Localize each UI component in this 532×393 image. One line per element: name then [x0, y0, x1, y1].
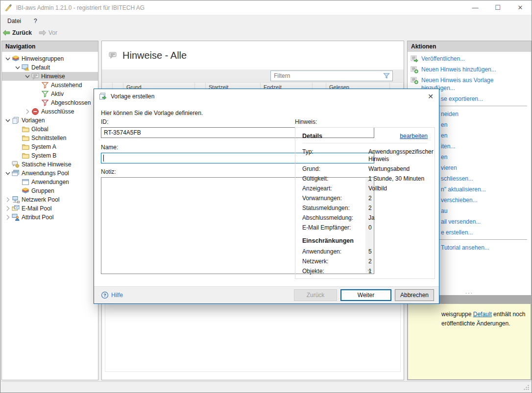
chevron-down-icon[interactable] — [4, 116, 12, 124]
menu-bar: Datei ? — [0, 15, 532, 27]
nav-item-ausschlüsse[interactable]: Ausschlüsse — [2, 107, 98, 116]
chevron-down-icon[interactable] — [24, 72, 31, 80]
nav-item-hinweisgruppen[interactable]: Hinweisgruppen — [2, 54, 98, 63]
detail-value: Wartungsabend — [368, 165, 434, 173]
spacer — [14, 134, 22, 142]
nav-item-label: System A — [31, 143, 56, 150]
minus-circle-icon — [31, 108, 39, 116]
edit-link[interactable]: bearbeiten — [400, 133, 428, 139]
nav-item-statische-hinweise[interactable]: Statische Hinweise — [2, 160, 98, 169]
navigation-panel: Navigation HinweisgruppenDefaultHinweise… — [1, 41, 98, 380]
nav-item-schnittstellen[interactable]: Schnittstellen — [2, 134, 98, 142]
forward-arrow-icon — [39, 29, 47, 37]
detail-value: 0 — [368, 224, 434, 231]
action-link-label: en — [441, 154, 447, 161]
id-label: ID: — [101, 118, 108, 125]
nav-item-global[interactable]: Global — [2, 125, 98, 134]
detail-value: 2 — [368, 258, 428, 265]
chevron-down-icon[interactable] — [14, 64, 22, 71]
nav-item-label: Default — [31, 64, 50, 71]
filter-bar — [102, 69, 404, 82]
detail-label: Vorwarnungen: — [302, 195, 368, 202]
template-icon — [99, 92, 107, 100]
detail-label: Objekte: — [302, 268, 368, 275]
restrictions-rows: Anwendungen:5Netzwerk:2Objekte:1Attribut… — [302, 248, 428, 279]
detail-value: 1 — [368, 277, 428, 279]
spacer — [14, 187, 22, 195]
nav-item-label: Statische Hinweise — [22, 161, 71, 168]
nav-item-label: Ausschlüsse — [41, 108, 74, 115]
nav-item-label: Global — [31, 126, 48, 133]
detail-label: Grund: — [302, 165, 368, 173]
action-link-label: schliessen... — [441, 175, 473, 182]
nav-item-default[interactable]: Default — [2, 63, 98, 72]
detail-value: Ja — [368, 214, 434, 222]
nav-item-attribut-pool[interactable]: Attribut Pool — [2, 213, 98, 222]
minimize-button[interactable]: — — [464, 0, 486, 15]
nav-item-system-b[interactable]: System B — [2, 151, 98, 160]
next-button[interactable]: Weiter — [340, 289, 391, 301]
details-header: Details — [302, 133, 322, 139]
close-button[interactable]: ✕ — [509, 0, 532, 15]
help-icon: ? — [101, 291, 109, 299]
action-link-label: n" aktualisieren... — [441, 186, 486, 193]
folder-icon — [22, 152, 29, 160]
menu-help[interactable]: ? — [34, 18, 37, 24]
action-neuen-hinweis-hinzufügen[interactable]: Neuen Hinweis hinzufügen... — [408, 66, 531, 73]
nav-item-label: Anwendungen — [31, 179, 69, 185]
default-group-link[interactable]: Default — [473, 311, 492, 318]
spacer — [4, 161, 12, 168]
nav-item-e-mail-pool[interactable]: E-Mail Pool — [2, 204, 98, 213]
chevron-right-icon[interactable] — [24, 108, 31, 116]
add-hint-icon — [411, 66, 418, 73]
text-caret — [103, 155, 104, 162]
nav-item-netzwerk-pool[interactable]: Netzwerk Pool — [2, 195, 98, 204]
note-label: Notiz: — [101, 168, 116, 175]
detail-label: Typ: — [302, 148, 368, 163]
detail-value: 5 — [368, 248, 428, 255]
spacer — [33, 81, 41, 89]
action-link-label: Tutorial ansehen... — [441, 244, 489, 251]
nav-item-vorlagen[interactable]: Vorlagen — [2, 116, 98, 125]
nav-item-label: Ausstehend — [51, 82, 82, 89]
chevron-right-icon[interactable] — [4, 213, 12, 221]
resize-grip[interactable] — [523, 384, 530, 391]
detail-label: Anwendungen: — [302, 248, 368, 255]
nav-item-ausstehend[interactable]: Ausstehend — [2, 81, 98, 90]
nav-item-system-a[interactable]: System A — [2, 142, 98, 151]
nav-item-label: Abgeschlossen — [51, 99, 91, 106]
nav-item-anwendungs-pool[interactable]: Anwendungs Pool — [2, 169, 98, 178]
filter-input[interactable] — [271, 71, 383, 81]
maximize-button[interactable]: ☐ — [486, 0, 509, 15]
cancel-button[interactable]: Abbrechen — [395, 289, 434, 301]
help-link[interactable]: ? Hilfe — [101, 291, 123, 299]
filter-icon[interactable] — [383, 72, 390, 80]
status-bar — [1, 381, 531, 392]
chevron-down-icon[interactable] — [4, 55, 12, 63]
action-link-label: verschieben... — [441, 197, 478, 204]
dialog-footer: ? Hilfe Zurück Weiter Abbrechen — [94, 286, 439, 303]
nav-item-aktiv[interactable]: Aktiv — [2, 90, 98, 98]
action-veröffentlichen[interactable]: Veröffentlichen... — [408, 55, 531, 63]
bubble-icon — [31, 72, 39, 80]
forward-button[interactable]: Vor — [48, 29, 57, 36]
action-link-label: neiden — [441, 111, 459, 117]
chevron-right-icon[interactable] — [4, 196, 12, 204]
dialog-close-button[interactable]: ✕ — [422, 89, 439, 104]
nav-item-hinweise[interactable]: Hinweise — [2, 72, 98, 81]
nav-item-anwendungen[interactable]: Anwendungen — [2, 178, 98, 186]
action-link-label: Veröffentlichen... — [421, 55, 465, 63]
window-stack-icon — [12, 169, 20, 177]
chevron-right-icon[interactable] — [4, 205, 12, 212]
navigation-header: Navigation — [2, 41, 98, 52]
nav-item-gruppen[interactable]: Gruppen — [2, 186, 98, 195]
detail-label: Attribute: — [302, 277, 368, 279]
nav-item-abgeschlossen[interactable]: Abgeschlossen — [2, 98, 98, 107]
group-icon — [12, 55, 20, 63]
menu-datei[interactable]: Datei — [7, 18, 21, 24]
back-button[interactable]: Zurück — [12, 29, 32, 36]
chevron-down-icon[interactable] — [4, 169, 12, 177]
detail-label: E-Mail Empfänger: — [302, 224, 368, 231]
dialog-title-bar: Vorlage erstellen ✕ — [94, 89, 439, 104]
funnel-done-icon — [41, 99, 49, 107]
